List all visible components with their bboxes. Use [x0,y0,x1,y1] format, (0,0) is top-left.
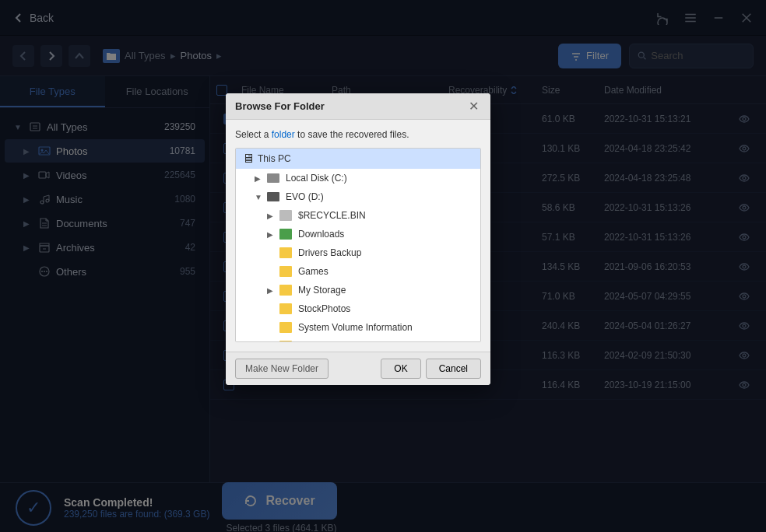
browse-folder-dialog: Browse For Folder ✕ Select a folder to s… [226,93,490,385]
folder-icon-games [279,266,292,277]
dialog-ok-button[interactable]: OK [381,359,420,379]
tree-label-stock-photos: StockPhotos [298,303,350,314]
folder-icon-wallpaper [279,341,292,342]
tree-label-downloads: Downloads [298,229,344,240]
downloads-icon [279,229,292,240]
dialog-header: Browse For Folder ✕ [226,93,490,120]
tree-item-recycle-bin[interactable]: ▶ $RECYCLE.BIN [236,206,480,225]
tree-label-my-storage: My Storage [298,285,346,296]
tree-item-games[interactable]: ▶ Games [236,262,480,281]
dialog-footer: Make New Folder OK Cancel [226,352,490,385]
tree-arrow: ▶ [267,230,276,239]
dialog-instruction: Select a folder to save the recovered fi… [235,129,481,140]
folder-icon-my-storage [279,285,292,296]
instruction-link[interactable]: folder [272,129,295,140]
tree-label-drivers-backup: Drivers Backup [298,247,361,258]
dialog-body: Select a folder to save the recovered fi… [226,120,490,352]
tree-label-evo-d: EVO (D:) [286,191,324,202]
tree-item-stock-photos[interactable]: ▶ StockPhotos [236,299,480,318]
instruction-prefix: Select a [235,129,272,140]
instruction-suffix: to save the recovered files. [295,129,409,140]
folder-icon-stock-photos [279,303,292,314]
disk-icon-d [267,192,279,201]
tree-label-system-volume: System Volume Information [298,322,413,333]
dialog-close-button[interactable]: ✕ [466,99,481,114]
tree-label-recycle: $RECYCLE.BIN [298,210,366,221]
tree-item-wallpaper[interactable]: ▶ Wallpaper [236,337,480,342]
folder-icon-sysvolume [279,322,292,333]
tree-item-system-volume[interactable]: ▶ System Volume Information [236,318,480,337]
tree-item-evo-d[interactable]: ▼ EVO (D:) [236,187,480,206]
tree-item-downloads[interactable]: ▶ Downloads [236,225,480,243]
tree-arrow: ▶ [255,174,264,183]
dialog-overlay: Browse For Folder ✕ Select a folder to s… [0,0,766,532]
recycle-icon [279,210,292,221]
tree-arrow: ▶ [267,212,276,220]
tree-arrow: ▶ [267,286,276,295]
tree-arrow: ▶ [267,342,276,343]
dialog-cancel-button[interactable]: Cancel [426,359,481,379]
this-pc-label: This PC [258,153,291,164]
tree-label-wallpaper: Wallpaper [298,341,340,342]
tree-item-my-storage[interactable]: ▶ My Storage [236,281,480,299]
make-new-folder-button[interactable]: Make New Folder [235,359,329,379]
folder-tree[interactable]: 🖥 This PC ▶ Local Disk (C:) ▼ EVO (D:) [235,148,481,342]
tree-item-drivers-backup[interactable]: ▶ Drivers Backup [236,243,480,262]
disk-icon-c [267,173,279,183]
dialog-buttons: OK Cancel [381,359,481,379]
dialog-title: Browse For Folder [235,100,325,112]
tree-label-local-disk-c: Local Disk (C:) [286,173,347,184]
this-pc-row[interactable]: 🖥 This PC [236,149,480,169]
tree-label-games: Games [298,266,329,277]
folder-icon-drivers [279,247,292,258]
tree-arrow: ▼ [255,193,264,201]
tree-item-local-disk-c[interactable]: ▶ Local Disk (C:) [236,169,480,187]
computer-icon: 🖥 [242,152,255,166]
